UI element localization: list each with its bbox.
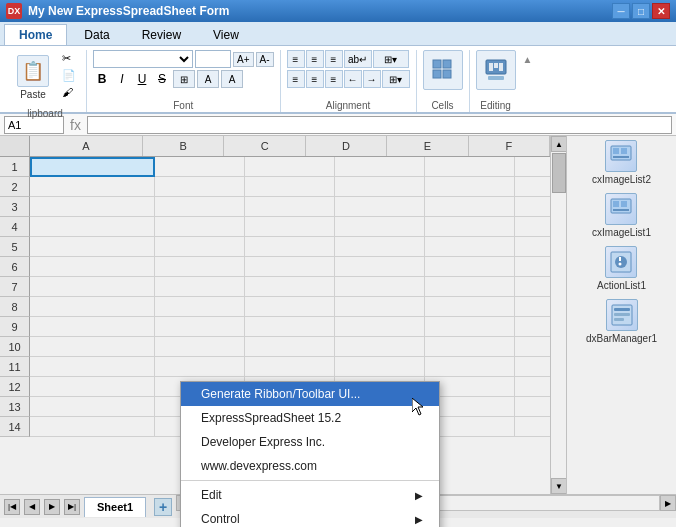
minimize-button[interactable]: ─ [612,3,630,19]
row-header-4[interactable]: 4 [0,217,30,237]
align-bottom-button[interactable]: ≡ [325,50,343,68]
bold-button[interactable]: B [93,70,111,88]
cell-f1[interactable] [515,157,550,177]
copy-button[interactable]: 📄 [58,67,80,83]
cell-a5[interactable] [30,237,155,257]
component-actionlist1[interactable]: ActionList1 [597,246,646,291]
row-header-5[interactable]: 5 [0,237,30,257]
cell-a1[interactable] [30,157,155,177]
first-sheet-button[interactable]: |◀ [4,499,20,515]
cell-d1[interactable] [335,157,425,177]
row-header-11[interactable]: 11 [0,357,30,377]
row-header-9[interactable]: 9 [0,317,30,337]
scroll-down-button[interactable]: ▼ [551,478,567,494]
vertical-scrollbar[interactable]: ▲ ▼ [550,136,566,494]
sheet-tab-sheet1[interactable]: Sheet1 [84,497,146,517]
editing-button[interactable] [476,50,516,90]
wrap-text-button[interactable]: ab↵ [344,50,372,68]
row-header-12[interactable]: 12 [0,377,30,397]
add-sheet-button[interactable]: + [154,498,172,516]
cells-button[interactable] [423,50,463,90]
cell-a2[interactable] [30,177,155,197]
component-cximagelist2[interactable]: cxImageList2 [592,140,651,185]
align-top-button[interactable]: ≡ [287,50,305,68]
font-name-select[interactable] [93,50,193,68]
last-sheet-button[interactable]: ▶| [64,499,80,515]
cell-e2[interactable] [425,177,515,197]
component-dxbarmanager1[interactable]: dxBarManager1 [586,299,657,344]
paste-button[interactable]: 📋 Paste [10,50,56,104]
increase-indent-button[interactable]: → [363,70,381,88]
borders-button[interactable]: ⊞ [173,70,195,88]
text-direction-button[interactable]: ⊞▾ [382,70,410,88]
prev-sheet-button[interactable]: ◀ [24,499,40,515]
context-menu-item-control[interactable]: Control ▶ [181,507,439,527]
close-button[interactable]: ✕ [652,3,670,19]
cell-f2[interactable] [515,177,550,197]
strikethrough-button[interactable]: S [153,70,171,88]
row-header-3[interactable]: 3 [0,197,30,217]
scroll-up-button[interactable]: ▲ [551,136,567,152]
tab-view[interactable]: View [198,24,254,45]
context-menu-item-devexpress-url[interactable]: www.devexpress.com [181,454,439,478]
col-header-e[interactable]: E [387,136,468,156]
svg-rect-16 [613,209,629,211]
font-size-increase[interactable]: A+ [233,52,254,67]
context-menu-item-developer-express[interactable]: Developer Express Inc. [181,430,439,454]
context-menu-item-express-spreadsheet[interactable]: ExpressSpreadSheet 15.2 [181,406,439,430]
tab-home[interactable]: Home [4,24,67,45]
context-menu-item-generate-ribbon[interactable]: Generate Ribbon/Toolbar UI... [181,382,439,406]
tab-data[interactable]: Data [69,24,124,45]
col-header-d[interactable]: D [306,136,387,156]
font-color-button[interactable]: A [221,70,243,88]
cell-c2[interactable] [245,177,335,197]
tab-review[interactable]: Review [127,24,196,45]
cell-b1[interactable] [155,157,245,177]
scroll-thumb[interactable] [552,153,566,193]
col-header-b[interactable]: B [143,136,224,156]
decrease-indent-button[interactable]: ← [344,70,362,88]
row-header-13[interactable]: 13 [0,397,30,417]
cut-button[interactable]: ✂ [58,50,80,66]
fill-color-button[interactable]: A [197,70,219,88]
component-cximagelist1[interactable]: cxImageList1 [592,193,651,238]
align-middle-button[interactable]: ≡ [306,50,324,68]
col-header-a[interactable]: A [30,136,143,156]
merge-center-button[interactable]: ⊞▾ [373,50,409,68]
row-header-10[interactable]: 10 [0,337,30,357]
cell-a3[interactable] [30,197,155,217]
row-header-14[interactable]: 14 [0,417,30,437]
font-size-decrease[interactable]: A- [256,52,274,67]
cell-c1[interactable] [245,157,335,177]
cell-e1[interactable] [425,157,515,177]
row-header-8[interactable]: 8 [0,297,30,317]
corner-cell[interactable] [0,136,30,156]
cell-b2[interactable] [155,177,245,197]
row-header-6[interactable]: 6 [0,257,30,277]
context-menu-item-edit[interactable]: Edit ▶ [181,483,439,507]
align-left-button[interactable]: ≡ [287,70,305,88]
cell-a4[interactable] [30,217,155,237]
clipboard-group: 📋 Paste ✂ 📄 🖌 lipboard [4,50,87,112]
format-painter-button[interactable]: 🖌 [58,84,80,100]
cell-d2[interactable] [335,177,425,197]
align-center-button[interactable]: ≡ [306,70,324,88]
col-header-c[interactable]: C [224,136,305,156]
next-sheet-button[interactable]: ▶ [44,499,60,515]
row-header-7[interactable]: 7 [0,277,30,297]
scroll-right-button[interactable]: ▶ [660,495,676,511]
underline-button[interactable]: U [133,70,151,88]
col-header-f[interactable]: F [469,136,550,156]
svg-rect-12 [613,156,629,158]
row-header-2[interactable]: 2 [0,177,30,197]
maximize-button[interactable]: □ [632,3,650,19]
font-size-input[interactable] [195,50,231,68]
scroll-track[interactable] [551,152,566,478]
italic-button[interactable]: I [113,70,131,88]
formula-input[interactable] [87,116,672,134]
ribbon-collapse-button[interactable]: ▲ [522,50,534,112]
align-right-button[interactable]: ≡ [325,70,343,88]
svg-rect-0 [433,60,441,68]
row-header-1[interactable]: 1 [0,157,30,177]
table-row [30,297,550,317]
